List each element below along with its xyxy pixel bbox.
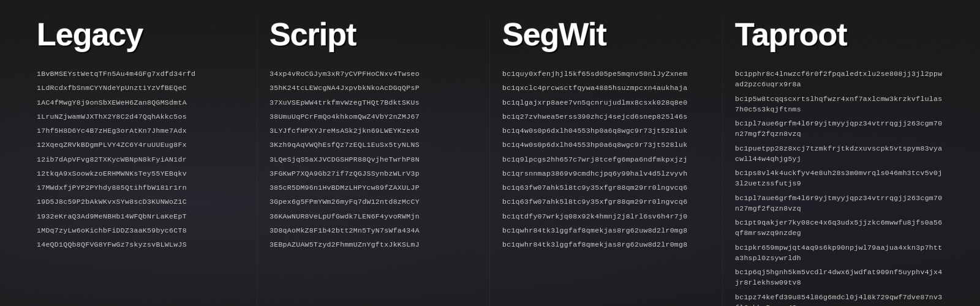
list-item[interactable]: 1BvBMSEYstWetqTFn5Au4m4GFg7xdfd34rfd [37,69,244,79]
list-item[interactable]: bc1qxclc4prcwsctfqywa4885hsuzmpcxn4aukha… [502,83,710,93]
list-item[interactable]: bc1p5w8tcqqscxrtslhqfwzr4xnf7axlcmw3krzk… [735,94,943,115]
list-item[interactable]: 19D5J8c59P2bAkWKvxSYw8scD3KUNWoZ1C [37,196,244,207]
list-item[interactable]: 17hf5H8D6Yc4B7zHEg3orAtKn7Jhme7Adx [37,125,244,136]
column-segwit: SegWitbc1quy0xfenjhjl5kf65sd05pe5mqnv50n… [490,18,723,306]
list-item[interactable]: 3EBpAZUAW5Tzyd2FhmmUZnYgftxJkKSLmJ [270,239,477,250]
list-item[interactable]: bc1ps8vl4k4uckfyv4e8uh28s3m0mvrqls046mh3… [735,168,943,189]
list-item[interactable]: 3LYJfcfHPXYJreMsASk2jkn69LWEYKzexb [270,125,477,136]
list-item[interactable]: bc1pt9qakjer7ky08ce4x6q3udx5jjzkc6mwwfu8… [735,217,943,239]
legacy-title: Legacy [37,18,244,50]
list-item[interactable]: bc1pl7aue6grfm4l6r9yjtmyyjqpz34vtrrqgjj2… [735,193,943,214]
list-item[interactable]: bc1pl7aue6grfm4l6r9yjtmyyjqpz34vtrrqgjj2… [735,118,943,140]
list-item[interactable]: 385cR5DM96n1HvBDMzLHPYcw89fZAXULJP [270,182,477,193]
list-item[interactable]: bc1qlgajxrp8aee7vn5qcnrujudlmx8csxk028q8… [502,97,710,108]
legacy-address-list: 1BvBMSEYstWetqTFn5Au4m4GFg7xdfd34rfd1LdR… [37,69,244,250]
list-item[interactable]: bc1q63fw07ahk5l8tc9y35xfgr88qm29rr0lngvc… [502,196,710,207]
list-item[interactable]: 1AC4fMwgY8j9onSbXEWeH6Zan8QGMSdmtA [37,97,244,108]
list-item[interactable]: 3LQeSjqS5aXJVCDGSHPR88QvjheTwrhP8N [270,154,477,165]
list-item[interactable]: 3FGKwP7XQA9Gb27if7zQGJSSynbzWLrV3p [270,168,477,179]
list-item[interactable]: 1MDq7zyLw6oKichbFiDDZ3aaK59byc6CT8 [37,225,244,236]
list-item[interactable]: 1LdRcdxfbSnmCYYNdeYpUnztiYzVfBEQeC [37,83,244,93]
taproot-title: Taproot [735,18,943,50]
list-item[interactable]: 35hK24tcLEWcgNA4JxpvbkNkoAcDGqQPsP [270,83,477,93]
list-item[interactable]: 3D8qAoMkZ8F1b42btt2Mn5TyN7sWfa434A [270,225,477,236]
list-item[interactable]: 12XqeqZRVkBDgmPLVY4ZC6Y4ruUUEug8Fx [37,140,244,150]
list-item[interactable]: bc1qtdfy07wrkjq08x92k4hmnj2j8lrl6sv6h4r7… [502,211,710,222]
list-item[interactable]: bc1puetpp28z8xcj7tzmkfrjtkdzxuvscpk5vtsp… [735,143,943,165]
list-item[interactable]: 34xp4vRoCGJym3xR7yCVPFHoCNxv4Twseo [270,69,477,79]
script-address-list: 34xp4vRoCGJym3xR7yCVPFHoCNxv4Twseo35hK24… [270,69,477,250]
column-taproot: Taprootbc1pphr8c4lnwzcf6r0f2fpqaledtxlu2… [723,18,956,306]
main-container: Legacy1BvBMSEYstWetqTFn5Au4m4GFg7xdfd34r… [0,0,980,306]
list-item[interactable]: 12tkqA9xSoowkzoERHMWNKsTey55YEBqkv [37,168,244,179]
list-item[interactable]: bc1q63fw07ahk5l8tc9y35xfgr88qm29rr0lngvc… [502,182,710,193]
list-item[interactable]: 1LruNZjwamWJXThX2Y8C2d47QqhAkkc5os [37,111,244,122]
list-item[interactable]: 14eQD1QQb8QFVG8YFwGz7skyzsvBLWLwJS [37,239,244,250]
list-item[interactable]: bc1pphr8c4lnwzcf6r0f2fpqaledtxlu2se808jj… [735,69,943,90]
list-item[interactable]: 36KAwNUR8VeLpUfGwdk7LEN6F4yvoRWMjn [270,211,477,222]
list-item[interactable]: bc1q27zvhwea5erss390zhcj4sejcd6snep825l4… [502,111,710,122]
script-title: Script [270,18,477,50]
list-item[interactable]: bc1qrsnnmap3869v9cmdhcjpq6y99halv4d5lzvy… [502,168,710,179]
list-item[interactable]: bc1q9lpcgs2hh657c7wrj8tcefg6mpa6ndfmkpxj… [502,154,710,165]
list-item[interactable]: bc1p6qj5hgnh5km5vcdlr4dwx6jwdfat909nf5uy… [735,267,943,288]
column-legacy: Legacy1BvBMSEYstWetqTFn5Au4m4GFg7xdfd34r… [24,18,257,306]
list-item[interactable]: 1932eKraQ3Ad9MeNBHb14WFQbNrLaKeEpT [37,211,244,222]
taproot-address-list: bc1pphr8c4lnwzcf6r0f2fpqaledtxlu2se808jj… [735,69,943,306]
list-item[interactable]: bc1quy0xfenjhjl5kf65sd05pe5mqnv50nlJyZxn… [502,69,710,79]
list-item[interactable]: bc1q4w0s0p6dxlh04553hp0a6q8wgc9r73jt528l… [502,140,710,150]
list-item[interactable]: 3Kzh9qAqVWQhEsfQz7zEQL1EuSx5tyNLNS [270,140,477,150]
list-item[interactable]: 17MWdxfjPYP2PYhdy885QtihfbW181r1rn [37,182,244,193]
column-script: Script34xp4vRoCGJym3xR7yCVPFHoCNxv4Twseo… [257,18,490,306]
segwit-title: SegWit [502,18,710,50]
list-item[interactable]: 38UmuUqPCrFmQo4khkomQwZ4VbY2nZMJ67 [270,111,477,122]
list-item[interactable]: bc1pz74kefd39u854l86g6mdcl0j4l8k729qwf7d… [735,292,943,307]
segwit-address-list: bc1quy0xfenjhjl5kf65sd05pe5mqnv50nlJyZxn… [502,69,710,250]
list-item[interactable]: bc1qwhr84tk3lggfaf8qmekjas8rg62uw8d2lr0m… [502,239,710,250]
list-item[interactable]: bc1pkr659mpwjqt4aq9s6kp90npjwl79aajua4xk… [735,242,943,264]
list-item[interactable]: 3Gpex6g5FPmYWm26myFq7dW12ntd8zMcCY [270,196,477,207]
list-item[interactable]: bc1qwhr84tk3lggfaf8qmekjas8rg62uw8d2lr0m… [502,225,710,236]
list-item[interactable]: bc1q4w0s0p6dxlh04553hp0a6q8wgc9r73jt528l… [502,125,710,136]
list-item[interactable]: 12ib7dApVFvg82TXKycWBNpN8kFyiAN1dr [37,154,244,165]
list-item[interactable]: 37XuVSEpWW4trkfmvWzegTHQt7BdktSKUs [270,97,477,108]
